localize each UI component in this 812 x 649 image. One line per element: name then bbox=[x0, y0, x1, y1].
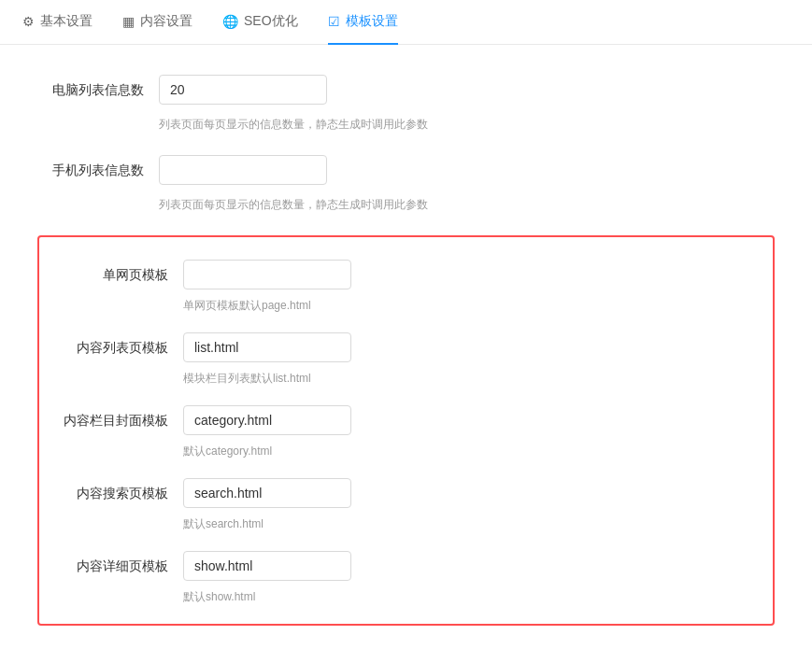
table-icon: ▦ bbox=[122, 14, 135, 29]
content-detail-tpl-row: 内容详细页模板 默认show.html bbox=[62, 551, 750, 605]
single-page-tpl-input[interactable] bbox=[183, 260, 351, 289]
mobile-list-label: 手机列表信息数 bbox=[37, 155, 159, 185]
tab-template-label: 模板设置 bbox=[346, 13, 398, 30]
mobile-list-hint-row: 列表页面每页显示的信息数量，静态生成时调用此参数 bbox=[37, 192, 775, 213]
tab-bar: ⚙ 基本设置 ▦ 内容设置 🌐 SEO优化 ☑ 模板设置 bbox=[0, 0, 812, 45]
single-page-tpl-row: 单网页模板 单网页模板默认page.html bbox=[62, 260, 750, 314]
content-detail-tpl-input[interactable] bbox=[183, 551, 351, 581]
pc-list-label: 电脑列表信息数 bbox=[37, 75, 159, 105]
pc-list-hint: 列表页面每页显示的信息数量，静态生成时调用此参数 bbox=[159, 116, 428, 133]
content-detail-tpl-hint: 默认show.html bbox=[183, 588, 255, 605]
content-search-tpl-row: 内容搜索页模板 默认search.html bbox=[62, 478, 750, 532]
content-list-tpl-label: 内容列表页模板 bbox=[62, 332, 183, 362]
pc-list-hint-row: 列表页面每页显示的信息数量，静态生成时调用此参数 bbox=[37, 112, 775, 133]
mobile-list-input[interactable] bbox=[159, 155, 327, 185]
single-page-tpl-label: 单网页模板 bbox=[62, 260, 183, 289]
tab-content-label: 内容设置 bbox=[140, 13, 192, 30]
tab-template[interactable]: ☑ 模板设置 bbox=[328, 0, 398, 45]
mobile-list-row: 手机列表信息数 bbox=[37, 155, 775, 185]
tab-seo-label: SEO优化 bbox=[244, 13, 298, 30]
tab-basic[interactable]: ⚙ 基本设置 bbox=[22, 0, 93, 45]
tab-seo[interactable]: 🌐 SEO优化 bbox=[222, 0, 298, 45]
template-icon: ☑ bbox=[328, 14, 340, 29]
content-category-tpl-input[interactable] bbox=[183, 405, 351, 435]
content-search-tpl-hint: 默认search.html bbox=[183, 515, 264, 532]
pc-list-input[interactable] bbox=[159, 75, 327, 105]
single-page-tpl-hint: 单网页模板默认page.html bbox=[183, 297, 311, 314]
tab-basic-label: 基本设置 bbox=[40, 13, 93, 30]
pc-list-section: 电脑列表信息数 列表页面每页显示的信息数量，静态生成时调用此参数 bbox=[37, 75, 775, 133]
content-search-tpl-label: 内容搜索页模板 bbox=[62, 478, 183, 508]
main-content: 电脑列表信息数 列表页面每页显示的信息数量，静态生成时调用此参数 手机列表信息数… bbox=[0, 45, 812, 649]
content-search-tpl-input[interactable] bbox=[183, 478, 351, 508]
pc-list-row: 电脑列表信息数 bbox=[37, 75, 775, 105]
content-list-tpl-row: 内容列表页模板 模块栏目列表默认list.html bbox=[62, 332, 750, 387]
content-category-tpl-label: 内容栏目封面模板 bbox=[62, 405, 183, 435]
content-detail-tpl-label: 内容详细页模板 bbox=[62, 551, 183, 581]
content-category-tpl-hint: 默认category.html bbox=[183, 443, 272, 459]
gear-icon: ⚙ bbox=[22, 14, 35, 29]
content-list-tpl-input[interactable] bbox=[183, 332, 351, 362]
tab-content[interactable]: ▦ 内容设置 bbox=[122, 0, 192, 45]
seo-icon: 🌐 bbox=[222, 14, 238, 29]
content-category-tpl-row: 内容栏目封面模板 默认category.html bbox=[62, 405, 750, 459]
pc-list-control bbox=[159, 75, 775, 105]
mobile-list-hint: 列表页面每页显示的信息数量，静态生成时调用此参数 bbox=[159, 196, 428, 213]
template-section: 单网页模板 单网页模板默认page.html 内容列表页模板 模块栏目列表默认l… bbox=[37, 235, 775, 626]
mobile-list-control bbox=[159, 155, 775, 185]
mobile-list-section: 手机列表信息数 列表页面每页显示的信息数量，静态生成时调用此参数 bbox=[37, 155, 775, 213]
content-list-tpl-hint: 模块栏目列表默认list.html bbox=[183, 370, 311, 387]
